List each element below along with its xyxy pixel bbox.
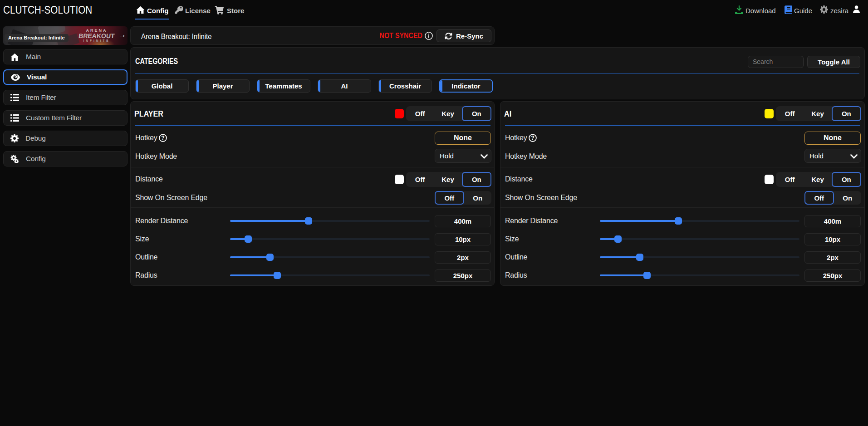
svg-text:?: ?: [531, 135, 534, 141]
svg-text:?: ?: [161, 135, 164, 141]
